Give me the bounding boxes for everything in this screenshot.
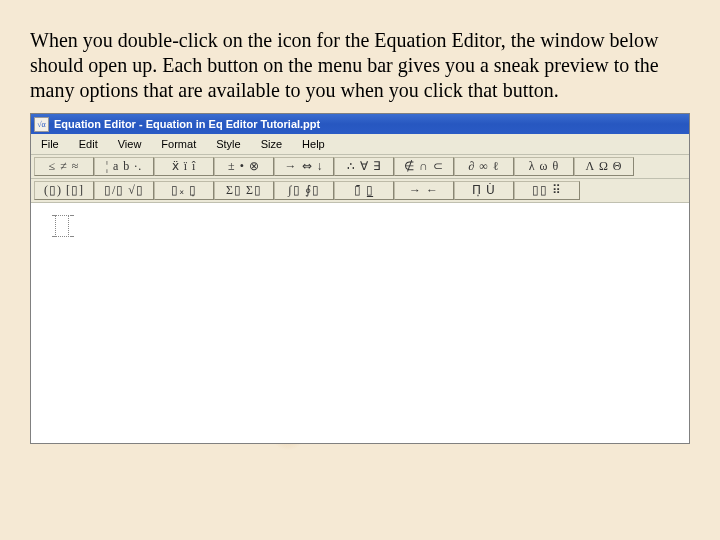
template-palette-row-2: (▯) [▯] ▯/▯ √▯ ▯ₓ ▯̣ Σ▯ Σ▯ ∫▯ ∮▯ ▯̄ ▯̲ →… <box>31 179 689 203</box>
menu-style[interactable]: Style <box>209 137 253 151</box>
btn-sub-superscript[interactable]: ▯ₓ ▯̣ <box>154 181 214 200</box>
equation-editor-window: √α Equation Editor - Equation in Eq Edit… <box>30 113 690 444</box>
instruction-text: When you double-click on the icon for th… <box>30 28 690 103</box>
btn-arrow-symbols[interactable]: → ⇔ ↓ <box>274 157 334 176</box>
btn-fraction-radical[interactable]: ▯/▯ √▯ <box>94 181 154 200</box>
btn-integral-templates[interactable]: ∫▯ ∮▯ <box>274 181 334 200</box>
menu-file[interactable]: File <box>34 137 72 151</box>
insertion-slot-icon <box>55 215 69 237</box>
btn-embellishments[interactable]: ẍ ï î <box>154 157 214 176</box>
btn-bar-templates[interactable]: ▯̄ ▯̲ <box>334 181 394 200</box>
btn-relational-symbols[interactable]: ≤ ≠ ≈ <box>34 157 94 176</box>
menu-size[interactable]: Size <box>254 137 295 151</box>
equation-edit-area[interactable] <box>31 203 689 443</box>
symbol-palette-row-1: ≤ ≠ ≈ ¦ a b ·. ẍ ï î ± • ⊗ → ⇔ ↓ ∴ ∀ ∃ ∉… <box>31 155 689 179</box>
btn-product-union[interactable]: Π̣ U̇ <box>454 181 514 200</box>
btn-logical-symbols[interactable]: ∴ ∀ ∃ <box>334 157 394 176</box>
menu-edit[interactable]: Edit <box>72 137 111 151</box>
menu-help[interactable]: Help <box>295 137 338 151</box>
menu-view[interactable]: View <box>111 137 155 151</box>
menu-bar: File Edit View Format Style Size Help <box>31 134 689 155</box>
btn-spaces-ellipses[interactable]: ¦ a b ·. <box>94 157 154 176</box>
btn-misc-symbols[interactable]: ∂ ∞ ℓ <box>454 157 514 176</box>
menu-format[interactable]: Format <box>154 137 209 151</box>
btn-fence-templates[interactable]: (▯) [▯] <box>34 181 94 200</box>
btn-set-theory-symbols[interactable]: ∉ ∩ ⊂ <box>394 157 454 176</box>
window-title: Equation Editor - Equation in Eq Editor … <box>54 118 320 130</box>
title-bar[interactable]: √α Equation Editor - Equation in Eq Edit… <box>31 114 689 134</box>
btn-labeled-arrows[interactable]: → ← <box>394 181 454 200</box>
btn-summation-templates[interactable]: Σ▯ Σ▯ <box>214 181 274 200</box>
btn-greek-lowercase[interactable]: λ ω θ <box>514 157 574 176</box>
btn-greek-uppercase[interactable]: Λ Ω Θ <box>574 157 634 176</box>
app-icon: √α <box>34 117 49 132</box>
btn-matrix-templates[interactable]: ▯▯ ⠿ <box>514 181 580 200</box>
btn-operator-symbols[interactable]: ± • ⊗ <box>214 157 274 176</box>
